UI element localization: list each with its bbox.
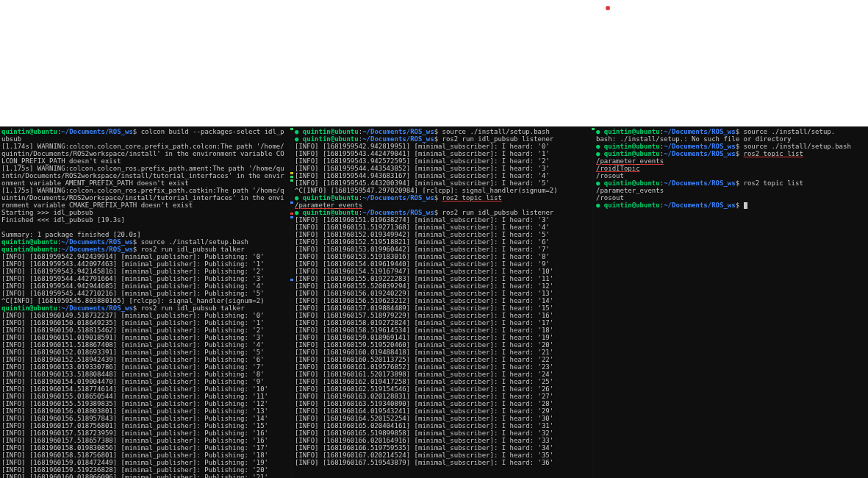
terminal-line: [INFO] [1681960155.019222283] [minimal_s… <box>295 275 589 282</box>
terminal-line: [INFO] [1681960156.519623212] [minimal_s… <box>295 297 589 304</box>
terminal-line: [INFO] [1681960152.018693391] [minimal_p… <box>1 349 287 356</box>
terminal-line: [INFO] [1681960153.019960442] [minimal_s… <box>295 246 589 253</box>
terminal-line: [INFO] [1681960153.519183016] [minimal_s… <box>295 253 589 260</box>
terminal-pane-1[interactable]: quintin@ubuntu:~/Documents/ROS_ws$ colco… <box>0 126 290 478</box>
terminal-line: [INFO] [1681960151.019638274] [minimal_s… <box>295 216 589 224</box>
terminal-line: ^C[INFO] [1681959545.803880165] [rclcpp]… <box>1 297 287 304</box>
terminal-pane-3[interactable]: ● quintin@ubuntu:~/Documents/ROS_ws$ sou… <box>595 126 868 478</box>
terminal-line: [INFO] [1681959545.442710216] [minimal_p… <box>1 290 287 297</box>
terminal-line: bash: ./install/setup.: No such file or … <box>596 135 865 143</box>
terminal-line: [INFO] [1681960150.518815462] [minimal_p… <box>1 327 287 334</box>
terminal-line: /roidITopic <box>596 165 865 172</box>
terminal-line: [INFO] [1681960157.018756801] [minimal_p… <box>1 422 287 429</box>
terminal-line: quintin@ubuntu:~/Documents/ROS_ws$ colco… <box>1 128 287 143</box>
terminal-line: [INFO] [1681959545.443200394] [minimal_s… <box>295 179 589 187</box>
terminal-line: [INFO] [1681960166.519759535] [minimal_s… <box>295 444 589 452</box>
terminal-line: [INFO] [1681960166.020164916] [minimal_s… <box>295 437 589 444</box>
terminal-line: [INFO] [1681960153.518808448] [minimal_p… <box>1 371 287 378</box>
terminal-line: [1.174s] WARNING:colcon.colcon_core.pref… <box>1 143 287 165</box>
recording-indicator-icon <box>606 6 610 10</box>
terminal-line: /rosout <box>596 194 865 201</box>
terminal-line: [INFO] [1681959543.942572595] [minimal_s… <box>295 157 589 165</box>
terminal-line: [INFO] [1681960161.019576852] [minimal_s… <box>295 363 589 371</box>
terminal-line: [INFO] [1681960157.019884489] [minimal_s… <box>295 304 589 312</box>
terminal-line: quintin@ubuntu:~/Documents/ROS_ws$ ros2 … <box>1 246 287 253</box>
terminal-line: [INFO] [1681960167.020214524] [minimal_s… <box>295 452 589 459</box>
terminal-line: [INFO] [1681960164.019543241] [minimal_s… <box>295 407 589 415</box>
terminal-line: [INFO] [1681960154.518774614] [minimal_p… <box>1 385 287 393</box>
terminal-line: [INFO] [1681960160.018866096] [minimal_p… <box>1 474 287 478</box>
terminal-line: [INFO] [1681960160.019488418] [minimal_s… <box>295 349 589 356</box>
terminal-line: [1.175s] WARNING:colcon.colcon_ros.prefi… <box>1 187 287 209</box>
terminal-line: [INFO] [1681960154.519167947] [minimal_s… <box>295 268 589 275</box>
terminal-line: [INFO] [1681960159.018472449] [minimal_p… <box>1 459 287 466</box>
terminal-line: [INFO] [1681960156.018803801] [minimal_p… <box>1 407 287 415</box>
terminal-line: [INFO] [1681960157.518979229] [minimal_s… <box>295 312 589 319</box>
terminal-line: [INFO] [1681960162.519154546] [minimal_s… <box>295 385 589 393</box>
terminal-line: [INFO] [1681960165.020404161] [minimal_s… <box>295 422 589 429</box>
terminal-line: [INFO] [1681960154.019619440] [minimal_s… <box>295 260 589 268</box>
terminal-line: [INFO] [1681960151.019018591] [minimal_p… <box>1 334 287 341</box>
terminal-line: [INFO] [1681960153.019330786] [minimal_p… <box>1 363 287 371</box>
terminal-line: ● quintin@ubuntu:~/Documents/ROS_ws$ sou… <box>295 128 589 135</box>
terminal-line: [INFO] [1681959544.943683167] [minimal_s… <box>295 172 589 179</box>
terminal-line: Summary: 1 package finished [20.0s] <box>1 231 287 238</box>
terminal-line: [INFO] [1681960158.019830856] [minimal_p… <box>1 444 287 452</box>
terminal-line: [INFO] [1681960152.519518821] [minimal_s… <box>295 238 589 246</box>
terminal-line: Starting >>> idl_pubsub <box>1 209 287 216</box>
terminal-line: /rosout <box>596 172 865 179</box>
terminal-line: [INFO] [1681960159.519520460] [minimal_s… <box>295 341 589 349</box>
terminal-line: [INFO] [1681959543.942145816] [minimal_p… <box>1 268 287 275</box>
terminal-line: [INFO] [1681960161.520173898] [minimal_s… <box>295 371 589 378</box>
terminal-line: [1.175s] WARNING:colcon.colcon_ros.prefi… <box>1 165 287 187</box>
terminal-line: [INFO] [1681960154.019004470] [minimal_p… <box>1 378 287 385</box>
terminal-line: [INFO] [1681960167.519543879] [minimal_s… <box>295 459 589 466</box>
terminal-line: [INFO] [1681960159.018969141] [minimal_s… <box>295 334 589 341</box>
terminal-pane-2[interactable]: ● quintin@ubuntu:~/Documents/ROS_ws$ sou… <box>293 126 592 478</box>
terminal-line: [INFO] [1681959544.442791664] [minimal_p… <box>1 275 287 282</box>
terminal-pane-container: quintin@ubuntu:~/Documents/ROS_ws$ colco… <box>0 126 868 478</box>
terminal-line: quintin@ubuntu:~/Documents/ROS_ws$ ros2 … <box>1 304 287 312</box>
terminal-line: [INFO] [1681960158.518756801] [minimal_p… <box>1 452 287 459</box>
terminal-line: [INFO] [1681960164.520152254] [minimal_s… <box>295 415 589 422</box>
terminal-line: ● quintin@ubuntu:~/Documents/ROS_ws$ sou… <box>596 143 865 150</box>
terminal-line <box>1 224 287 231</box>
terminal-line: [INFO] [1681959542.942819951] [minimal_s… <box>295 143 589 150</box>
terminal-line: [INFO] [1681960158.519614534] [minimal_s… <box>295 327 589 334</box>
terminal-line: [INFO] [1681960152.019349942] [minimal_s… <box>295 231 589 238</box>
terminal-line: ● quintin@ubuntu:~/Documents/ROS_ws$ <box>596 201 865 209</box>
terminal-line: ● quintin@ubuntu:~/Documents/ROS_ws$ ros… <box>295 194 589 201</box>
cursor-icon <box>744 202 747 209</box>
terminal-line: [INFO] [1681959543.442097463] [minimal_p… <box>1 260 287 268</box>
terminal-line: ● quintin@ubuntu:~/Documents/ROS_ws$ ros… <box>596 179 865 187</box>
terminal-line: quintin@ubuntu:~/Documents/ROS_ws$ sourc… <box>1 238 287 246</box>
terminal-line: ● quintin@ubuntu:~/Documents/ROS_ws$ ros… <box>295 135 589 143</box>
terminal-line: [INFO] [1681960151.519271368] [minimal_s… <box>295 224 589 231</box>
terminal-line: [INFO] [1681960163.020128831] [minimal_s… <box>295 393 589 400</box>
terminal-line: [INFO] [1681960155.018650544] [minimal_p… <box>1 393 287 400</box>
terminal-line: [INFO] [1681960151.518867408] [minimal_p… <box>1 341 287 349</box>
terminal-line: [INFO] [1681960150.018649235] [minimal_p… <box>1 319 287 327</box>
terminal-line: [INFO] [1681960156.019240229] [minimal_s… <box>295 290 589 297</box>
terminal-line: [INFO] [1681960158.019272824] [minimal_s… <box>295 319 589 327</box>
terminal-line: Finished <<< idl_pubsub [19.3s] <box>1 216 287 224</box>
terminal-line: [INFO] [1681960155.520039294] [minimal_s… <box>295 282 589 290</box>
terminal-line: ^C[INFO] [1681959547.297020984] [rclcpp]… <box>295 187 589 194</box>
terminal-line: [INFO] [1681960156.518957843] [minimal_p… <box>1 415 287 422</box>
terminal-line: ● quintin@ubuntu:~/Documents/ROS_ws$ sou… <box>596 128 865 135</box>
terminal-line: [INFO] [1681960160.520113725] [minimal_s… <box>295 356 589 363</box>
terminal-line: [INFO] [1681960159.519236828] [minimal_p… <box>1 466 287 474</box>
terminal-line: /parameter_events <box>295 201 589 209</box>
terminal-line: [INFO] [1681960155.519389835] [minimal_p… <box>1 400 287 407</box>
terminal-line: ● quintin@ubuntu:~/Documents/ROS_ws$ ros… <box>596 150 865 157</box>
terminal-line: [INFO] [1681960152.518942439] [minimal_p… <box>1 356 287 363</box>
terminal-line: ● quintin@ubuntu:~/Documents/ROS_ws$ ros… <box>295 209 589 216</box>
terminal-line: [INFO] [1681960149.518732237] [minimal_p… <box>1 312 287 319</box>
terminal-line: [INFO] [1681960157.518723959] [minimal_p… <box>1 429 287 437</box>
terminal-line: [INFO] [1681959544.443543852] [minimal_s… <box>295 165 589 172</box>
terminal-line: [INFO] [1681960165.519899858] [minimal_s… <box>295 429 589 437</box>
terminal-line: /parameter_events <box>596 187 865 194</box>
terminal-line: [INFO] [1681960157.518657388] [minimal_p… <box>1 437 287 444</box>
terminal-line: [INFO] [1681959542.942439914] [minimal_p… <box>1 253 287 260</box>
terminal-line: [INFO] [1681959544.942944685] [minimal_p… <box>1 282 287 290</box>
